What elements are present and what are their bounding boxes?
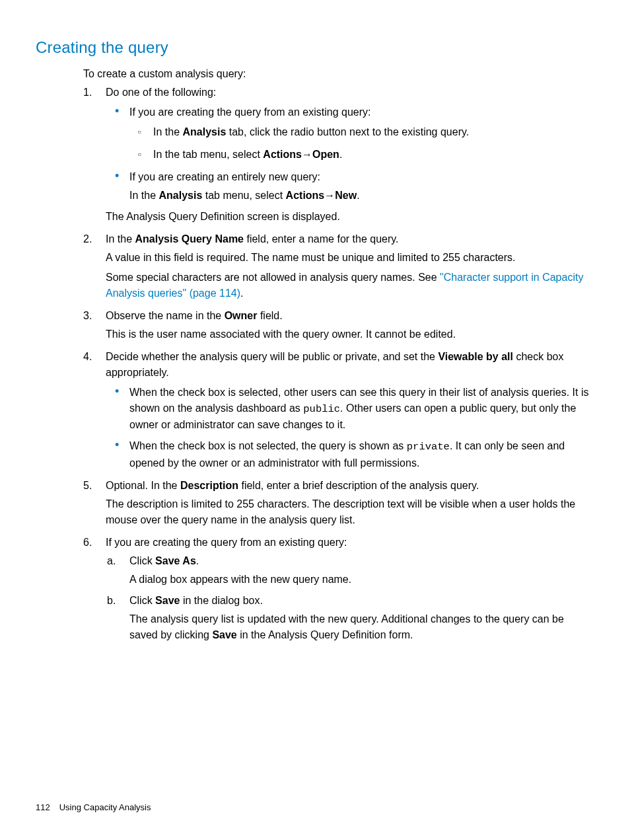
text: field. xyxy=(257,310,282,321)
text: . xyxy=(240,287,243,299)
paragraph: This is the user name associated with th… xyxy=(106,326,593,342)
step-3: 3. Observe the name in the Owner field. … xyxy=(106,308,593,342)
step-number: 1. xyxy=(83,85,92,100)
step-number: 4. xyxy=(83,349,92,365)
text: tab menu, select xyxy=(202,190,285,201)
bullet-new-query: If you are creating an entirely new quer… xyxy=(129,169,593,204)
paragraph: A value in this field is required. The n… xyxy=(106,250,593,266)
text: In the xyxy=(106,233,135,245)
paragraph: The description is limited to 255 charac… xyxy=(106,496,593,528)
step-number: 3. xyxy=(83,308,92,324)
paragraph: In the Analysis tab menu, select Actions… xyxy=(129,188,593,204)
step-4: 4. Decide whether the analysis query wil… xyxy=(106,349,593,471)
ordered-steps: 1. Do one of the following: If you are c… xyxy=(83,85,593,643)
bold-text: Save xyxy=(155,595,180,606)
step-4-bullets: When the check box is selected, other us… xyxy=(106,385,593,471)
text: Decide whether the analysis query will b… xyxy=(106,351,438,362)
sub-bullet: In the Analysis tab, click the radio but… xyxy=(153,124,593,140)
section-heading: Creating the query xyxy=(36,36,593,59)
step-6: 6. If you are creating the query from an… xyxy=(106,535,593,643)
paragraph: Some special characters are not allowed … xyxy=(106,270,593,301)
substep-letter: b. xyxy=(107,593,116,609)
arrow-icon: → xyxy=(324,190,335,201)
step-lead: Do one of the following: xyxy=(106,87,216,98)
text: Click xyxy=(129,555,155,566)
bold-text: Analysis Query Name xyxy=(135,233,244,245)
step-number: 6. xyxy=(83,535,92,551)
text: . xyxy=(357,190,359,201)
text: In the xyxy=(129,190,158,201)
page-number: 112 xyxy=(36,802,50,812)
bold-text: Save As xyxy=(155,555,196,566)
bold-text: Description xyxy=(180,480,238,491)
paragraph: The Analysis Query Definition screen is … xyxy=(106,209,593,225)
bullet-private: When the check box is not selected, the … xyxy=(129,438,593,471)
text: Click xyxy=(129,595,155,606)
bold-text: Save xyxy=(212,629,236,640)
substep-b: b. Click Save in the dialog box. The ana… xyxy=(129,593,593,643)
bold-text: Owner xyxy=(225,310,258,321)
bold-text: Open xyxy=(312,149,339,160)
bold-text: New xyxy=(335,190,357,201)
text: In the tab menu, select xyxy=(153,149,263,160)
text: . xyxy=(339,149,342,160)
text: When the check box is not selected, the … xyxy=(129,440,407,451)
step-number: 2. xyxy=(83,231,92,247)
code-text: public xyxy=(303,403,340,415)
bullet-text: If you are creating an entirely new quer… xyxy=(129,171,320,182)
substep-a: a. Click Save As. A dialog box appears w… xyxy=(129,553,593,588)
text: in the dialog box. xyxy=(180,595,262,606)
step-5: 5. Optional. In the Description field, e… xyxy=(106,478,593,528)
text: tab, click the radio button next to the … xyxy=(226,126,469,137)
bold-text: Analysis xyxy=(158,190,202,201)
text: Optional. In the xyxy=(106,480,180,491)
page-footer: 112Using Capacity Analysis xyxy=(36,802,151,812)
text: field, enter a brief description of the … xyxy=(238,480,479,491)
substep-letter: a. xyxy=(107,553,116,569)
text: field, enter a name for the query. xyxy=(244,233,399,245)
bold-text: Viewable by all xyxy=(438,351,513,362)
bullet-text: If you are creating the query from an ex… xyxy=(129,106,371,118)
intro-text: To create a custom analysis query: xyxy=(83,66,593,82)
step-1: 1. Do one of the following: If you are c… xyxy=(106,85,593,225)
document-page: Creating the query To create a custom an… xyxy=(0,0,630,643)
bullet-existing-query: If you are creating the query from an ex… xyxy=(129,104,593,163)
bold-text: Actions xyxy=(286,190,325,201)
sub-bullets: In the Analysis tab, click the radio but… xyxy=(129,124,593,163)
paragraph: The analysis query list is updated with … xyxy=(129,611,593,643)
bullet-public: When the check box is selected, other us… xyxy=(129,385,593,433)
step-1-bullets: If you are creating the query from an ex… xyxy=(106,104,593,204)
text: Some special characters are not allowed … xyxy=(106,272,440,283)
arrow-icon: → xyxy=(302,149,312,160)
text: . xyxy=(196,555,199,566)
bold-text: Actions xyxy=(263,149,302,160)
text: In the xyxy=(153,126,182,137)
sub-bullet: In the tab menu, select Actions→Open. xyxy=(153,147,593,163)
alpha-sublist: a. Click Save As. A dialog box appears w… xyxy=(106,553,593,643)
paragraph: A dialog box appears with the new query … xyxy=(129,572,593,588)
step-2: 2. In the Analysis Query Name field, ent… xyxy=(106,231,593,301)
text: Observe the name in the xyxy=(106,310,225,321)
text: in the Analysis Query Definition form. xyxy=(237,629,413,640)
chapter-title: Using Capacity Analysis xyxy=(59,802,151,812)
step-lead: If you are creating the query from an ex… xyxy=(106,537,347,548)
bold-text: Analysis xyxy=(182,126,226,137)
code-text: private xyxy=(407,441,450,453)
step-number: 5. xyxy=(83,478,92,494)
